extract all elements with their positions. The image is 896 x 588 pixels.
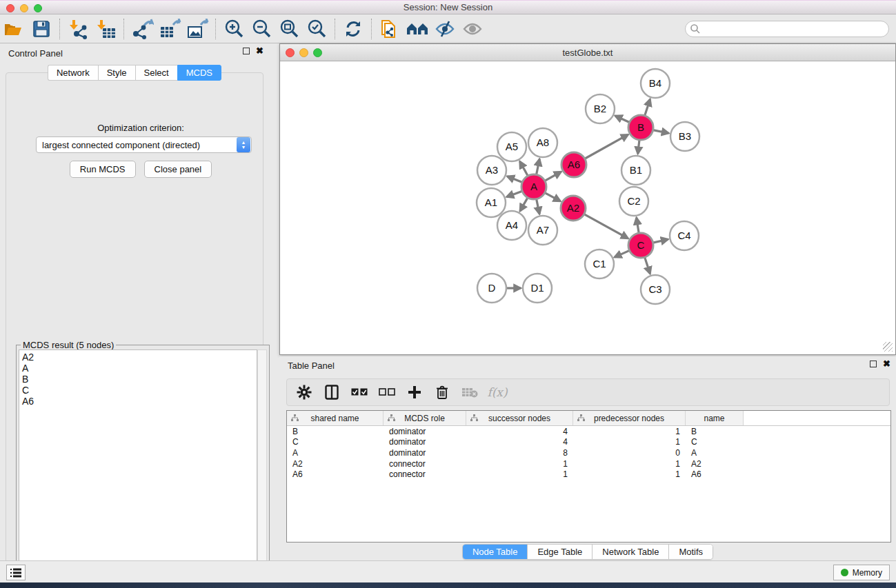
table-cell[interactable]: dominator [384,427,466,436]
graph-edge[interactable] [520,198,528,212]
column-header[interactable]: shared name [287,411,384,425]
table-cell[interactable]: 0 [573,448,686,458]
minimize-window-button[interactable] [20,4,28,12]
graph-edge[interactable] [507,191,523,196]
tab-node-table[interactable]: Node Table [463,545,528,559]
tab-edge-table[interactable]: Edge Table [528,545,593,559]
network-minimize-button[interactable] [299,48,308,57]
open-file-button[interactable] [0,17,28,41]
table-cell[interactable]: 1 [466,469,573,479]
import-network-button[interactable] [64,17,92,41]
result-item[interactable]: C [22,385,254,396]
table-cell[interactable]: 1 [573,459,686,469]
graph-edge[interactable] [545,172,561,181]
network-close-button[interactable] [286,48,295,57]
graph-edge[interactable] [653,130,669,134]
show-graphics-button[interactable] [459,17,486,41]
export-image-button[interactable] [183,17,211,41]
table-cell[interactable]: 1 [573,437,686,447]
table-cell[interactable]: 1 [466,459,573,469]
result-item[interactable]: A [22,363,254,374]
graph-edge[interactable] [545,193,561,201]
network-window-titlebar[interactable]: testGlobe.txt [280,44,895,61]
delete-table-button[interactable] [461,383,479,402]
table-cell[interactable]: A2 [287,459,384,469]
tab-mcds[interactable]: MCDS [177,65,221,81]
network-canvas[interactable]: B4B2BB3A8A5A6A3B1AA1C2A2A4A7C4CC1DD1C3 [281,62,894,353]
graph-edge[interactable] [638,140,639,154]
function-builder-button[interactable]: f(x) [488,383,506,402]
mcds-result-list[interactable]: A2ABCA6 [19,349,257,575]
graph-edge[interactable] [637,218,639,234]
window-controls[interactable] [6,4,42,12]
graph-edge[interactable] [537,199,540,214]
graph-edge[interactable] [653,239,668,243]
column-header[interactable]: name [686,411,744,425]
graph-edge[interactable] [537,159,540,175]
add-column-button[interactable] [406,383,424,402]
export-network-button[interactable] [128,17,156,41]
close-panel-icon[interactable]: ✖ [256,48,263,54]
zoom-window-button[interactable] [34,4,42,12]
table-row[interactable]: Adominator80A [287,447,890,458]
graph-edge[interactable] [615,250,630,257]
import-table-button[interactable] [92,17,119,41]
tab-select[interactable]: Select [135,65,177,81]
zoom-selected-button[interactable] [303,17,330,41]
table-cell[interactable]: 1 [573,427,686,436]
graph-edge[interactable] [615,116,630,123]
float-panel-icon[interactable] [243,48,250,54]
table-cell[interactable]: 4 [466,427,573,436]
save-session-button[interactable] [28,17,55,41]
tab-network-table[interactable]: Network Table [593,545,669,559]
table-row[interactable]: Bdominator41B [287,426,890,437]
graph-edge[interactable] [585,134,628,159]
tab-network[interactable]: Network [48,65,98,81]
export-table-button[interactable] [156,17,183,41]
deselect-all-checkboxes-button[interactable] [378,383,396,402]
resize-grip[interactable] [883,342,893,352]
criterion-dropdown[interactable]: largest connected component (directed) ▲… [36,136,252,153]
tab-style[interactable]: Style [98,65,135,81]
table-cell[interactable]: 8 [466,448,573,458]
table-cell[interactable]: A6 [686,469,744,479]
table-cell[interactable]: A2 [686,459,744,469]
hide-graphics-button[interactable] [431,17,459,41]
table-cell[interactable]: A [287,448,384,458]
table-cell[interactable]: 4 [466,437,573,447]
graph-edge[interactable] [645,257,650,274]
table-cell[interactable]: C [287,437,384,447]
table-cell[interactable]: dominator [384,448,466,458]
zoom-fit-button[interactable] [275,17,303,41]
zoom-in-button[interactable] [220,17,248,41]
search-input[interactable] [701,23,888,35]
table-row[interactable]: A2connector11A2 [287,458,890,469]
node-table[interactable]: shared nameMCDS rolesuccessor nodesprede… [286,410,891,543]
result-item[interactable]: A6 [22,396,254,407]
home-layout-button[interactable] [404,17,431,41]
result-item[interactable]: B [22,374,254,385]
table-cell[interactable]: A6 [287,469,384,479]
column-header[interactable]: MCDS role [384,411,466,425]
column-header[interactable]: predecessor nodes [573,411,686,425]
tab-motifs[interactable]: Motifs [669,545,713,559]
graph-edge[interactable] [507,176,522,183]
run-mcds-button[interactable]: Run MCDS [70,161,136,178]
float-table-panel-icon[interactable] [870,361,877,367]
refresh-button[interactable] [339,17,367,41]
close-panel-button[interactable]: Close panel [144,161,212,178]
graph-edge[interactable] [584,214,628,239]
delete-button[interactable] [433,383,451,402]
table-cell[interactable]: C [686,437,744,447]
network-window-controls[interactable] [286,48,322,57]
select-all-checkboxes-button[interactable] [350,383,368,402]
close-table-panel-icon[interactable]: ✖ [883,361,890,367]
table-row[interactable]: Cdominator41C [287,437,890,448]
search-field[interactable] [685,21,889,37]
clone-network-button[interactable] [376,17,404,41]
result-item[interactable]: A2 [22,352,254,363]
graph-edge[interactable] [645,99,650,116]
network-zoom-button[interactable] [313,48,322,57]
column-layout-button[interactable] [323,383,341,402]
network-graph[interactable]: B4B2BB3A8A5A6A3B1AA1C2A2A4A7C4CC1DD1C3 [281,62,894,353]
